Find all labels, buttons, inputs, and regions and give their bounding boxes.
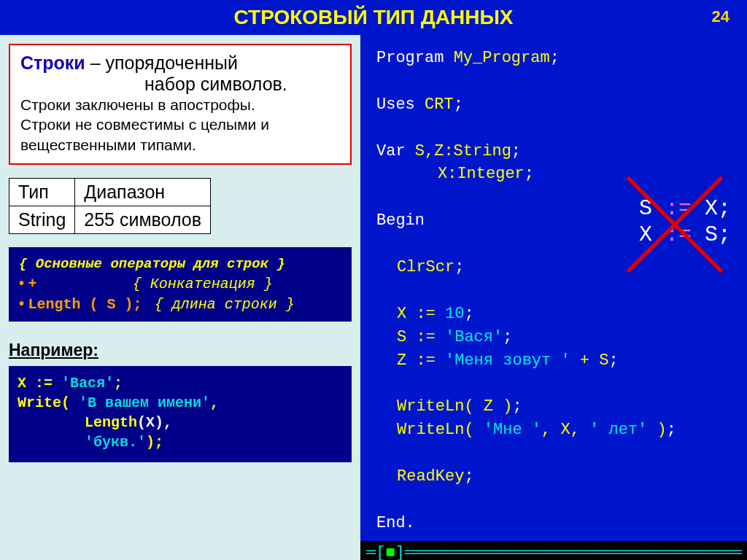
bullet-icon: • <box>19 275 24 291</box>
example-code-box: X := 'Вася'; Write( 'В вашем имени', Len… <box>9 366 352 462</box>
right-column: Program My_Program; Uses CRT; Var S,Z:St… <box>360 35 747 560</box>
code-line: X := 10; <box>376 303 738 326</box>
code-line: ReadKey; <box>376 465 738 489</box>
table-row: Тип Диапазон <box>9 178 211 206</box>
example-label: Например: <box>9 341 352 360</box>
slide-header: СТРОКОВЫЙ ТИП ДАННЫХ 24 <box>0 0 747 35</box>
operator-row-length: • Length ( S ); { длина строки } <box>19 295 341 313</box>
code-line: X := 'Вася'; <box>18 373 343 393</box>
code-line: Var S,Z:String; <box>376 140 738 163</box>
definition-line-3: Строки заключены в апострофы. <box>20 95 340 114</box>
left-column: Строки – упорядоченный набор символов. С… <box>0 35 360 560</box>
code-line: Write( 'В вашем имени', <box>18 393 343 413</box>
code-line: S := 'Вася'; <box>376 326 738 349</box>
error-example: S := X; X := S; <box>639 195 731 248</box>
console-titlebar: ═[■]═══════════════════════════════════ <box>360 542 747 560</box>
error-line-1: S := X; <box>639 195 731 222</box>
definition-line-1: Строки – упорядоченный <box>20 52 340 74</box>
code-line: Program My_Program; <box>376 47 738 70</box>
table-row: String 255 символов <box>9 206 211 233</box>
type-range-table: Тип Диапазон String 255 символов <box>9 178 211 234</box>
definition-box: Строки – упорядоченный набор символов. С… <box>9 44 352 165</box>
code-line: ClrScr; <box>376 256 738 279</box>
th-range: Диапазон <box>75 178 211 206</box>
code-line: WriteLn( 'Мне ', X, ' лет' ); <box>376 419 738 442</box>
td-type: String <box>9 206 75 233</box>
operator-row-concat: • + { Конкатенация } <box>19 275 341 292</box>
code-line: WriteLn( Z ); <box>376 395 738 419</box>
td-range: 255 символов <box>75 206 211 233</box>
definition-line-2: набор символов. <box>20 74 340 95</box>
th-type: Тип <box>9 178 75 206</box>
code-line: Length(X), <box>18 413 343 432</box>
code-line: End. <box>376 512 738 535</box>
code-line: X:Integer; <box>376 163 738 186</box>
content-area: Строки – упорядоченный набор символов. С… <box>0 35 747 560</box>
code-line: 'букв.'); <box>18 432 343 452</box>
page-title: СТРОКОВЫЙ ТИП ДАННЫХ <box>234 6 514 29</box>
operators-box: { Основные операторы для строк } • + { К… <box>9 247 352 322</box>
definition-line-5: вещественными типами. <box>20 135 340 155</box>
operators-title: { Основные операторы для строк } <box>19 256 341 272</box>
pascal-code: Program My_Program; Uses CRT; Var S,Z:St… <box>376 47 738 535</box>
bullet-icon: • <box>19 295 24 311</box>
code-line: Z := 'Меня зовут ' + S; <box>376 349 738 373</box>
error-line-2: X := S; <box>639 222 731 248</box>
code-line: Uses CRT; <box>376 93 738 117</box>
console-output: ═[■]═══════════════════════════════════ … <box>360 541 747 560</box>
term: Строки <box>20 52 85 73</box>
definition-line-4: Строки не совместимы с целыми и <box>20 114 340 134</box>
page-number: 24 <box>712 7 729 26</box>
